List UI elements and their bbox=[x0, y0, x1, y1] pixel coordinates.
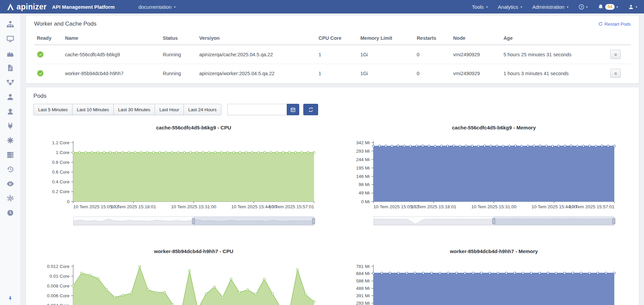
sidebar-item-document-icon[interactable] bbox=[6, 64, 14, 72]
time-button-last-24-hours[interactable]: Last 24 Hours bbox=[184, 104, 221, 115]
svg-text:0.4 Core: 0.4 Core bbox=[52, 179, 69, 184]
svg-text:49 Mi: 49 Mi bbox=[359, 190, 370, 195]
svg-text:0.008 Core: 0.008 Core bbox=[47, 283, 69, 288]
time-button-last-10-minutes[interactable]: Last 10 Minutes bbox=[72, 104, 114, 115]
sidebar-item-plug-icon[interactable] bbox=[6, 122, 14, 130]
chevron-down-icon: ▾ bbox=[586, 5, 588, 9]
chart-cache-cpu: cache-556cdfc4d5-b6kg9 - CPU1.2 Core1 Co… bbox=[33, 119, 334, 243]
svg-text:10 Tem 2025 15:31:00: 10 Tem 2025 15:31:00 bbox=[171, 204, 216, 209]
chevron-down-icon: ▾ bbox=[616, 5, 618, 9]
column-header: CPU Core bbox=[316, 32, 358, 45]
column-header: Name bbox=[62, 32, 160, 45]
sidebar-item-monitor-icon[interactable] bbox=[6, 35, 14, 43]
sidebar-item-eye-icon[interactable] bbox=[6, 180, 14, 188]
chevron-down-icon: ▾ bbox=[486, 5, 488, 9]
svg-text:0.2 Core: 0.2 Core bbox=[52, 189, 69, 194]
sidebar-item-sitemap-icon[interactable] bbox=[6, 21, 14, 28]
pod-memory-limit: 1Gi bbox=[358, 45, 414, 64]
svg-text:1.2 Core: 1.2 Core bbox=[52, 140, 69, 145]
svg-text:684 Mi: 684 Mi bbox=[356, 271, 370, 276]
svg-text:0.6 Core: 0.6 Core bbox=[52, 170, 69, 175]
slider-handle-left[interactable] bbox=[492, 218, 495, 224]
chevron-down-icon: ▾ bbox=[567, 5, 568, 9]
restart-icon bbox=[598, 22, 603, 26]
row-actions-button[interactable]: ≡ bbox=[610, 69, 621, 78]
svg-text:10 Tem 2025 15:57:01: 10 Tem 2025 15:57:01 bbox=[569, 204, 614, 209]
time-button-last-30-minutes[interactable]: Last 30 Minutes bbox=[113, 104, 155, 115]
calendar-icon bbox=[290, 107, 296, 113]
pod-restarts: 0 bbox=[414, 45, 450, 64]
user-menu[interactable]: ▾ bbox=[628, 4, 637, 10]
svg-text:391 Mi: 391 Mi bbox=[356, 293, 370, 298]
pod-version: apinizerqa/cache:2025.04.5.qa.22 bbox=[196, 45, 316, 64]
apinizer-logo[interactable]: apinizer bbox=[7, 2, 47, 11]
column-header: Versiyon bbox=[196, 32, 316, 45]
refresh-button[interactable] bbox=[303, 104, 318, 115]
left-sidebar bbox=[0, 13, 21, 305]
chart-plot: 1.2 Core1 Core0.8 Core0.6 Core0.4 Core0.… bbox=[33, 138, 334, 210]
pod-cpu-core: 1 bbox=[316, 45, 358, 64]
row-actions-button[interactable]: ≡ bbox=[610, 50, 621, 59]
notification-count-badge: 54 bbox=[605, 4, 615, 10]
svg-text:781 Mi: 781 Mi bbox=[356, 264, 370, 269]
chart-range-slider[interactable] bbox=[73, 216, 314, 225]
pod-node: vmi2490929 bbox=[450, 45, 501, 64]
column-header: Memory Limit bbox=[358, 32, 414, 45]
sidebar-item-gear-icon[interactable] bbox=[6, 194, 14, 202]
sidebar-pin-button[interactable] bbox=[0, 296, 21, 302]
pods-charts-card: Pods Last 5 MinutesLast 10 MinutesLast 3… bbox=[26, 87, 639, 305]
svg-text:195 Mi: 195 Mi bbox=[356, 165, 370, 171]
column-header: Ready bbox=[34, 32, 62, 45]
pod-name: worker-85b94dcb4d-h9hh7 bbox=[62, 64, 160, 83]
chart-title: cache-556cdfc4d5-b6kg9 - CPU bbox=[73, 125, 314, 130]
svg-text:293 Mi: 293 Mi bbox=[356, 301, 370, 305]
time-button-last-5-minutes[interactable]: Last 5 Minutes bbox=[33, 104, 73, 115]
column-header: Node bbox=[450, 32, 501, 45]
menu-tools[interactable]: Tools▾ bbox=[472, 4, 488, 10]
logo-text: apinizer bbox=[17, 2, 47, 11]
menu-administration[interactable]: Administration▾ bbox=[532, 4, 568, 10]
charts-grid: cache-556cdfc4d5-b6kg9 - CPU1.2 Core1 Co… bbox=[33, 119, 632, 305]
sidebar-item-burst-icon[interactable] bbox=[6, 136, 14, 144]
svg-text:?: ? bbox=[581, 5, 583, 8]
chart-range-slider[interactable] bbox=[373, 216, 614, 225]
chevron-down-icon: ▾ bbox=[174, 5, 176, 9]
restart-pods-button[interactable]: Restart Pods bbox=[598, 22, 631, 27]
sidebar-item-history-icon[interactable] bbox=[6, 165, 14, 173]
chart-worker-memory: worker-85b94dcb4d-h9hh7 - Memory781 Mi68… bbox=[334, 243, 634, 305]
product-name: API Management Platform bbox=[52, 4, 115, 10]
card-title: Worker and Cache Pods bbox=[34, 21, 96, 27]
svg-text:10 Tem 2025 15:31:00: 10 Tem 2025 15:31:00 bbox=[471, 204, 516, 209]
slider-handle-right[interactable] bbox=[312, 218, 315, 224]
top-navbar: apinizer API Management Platform documen… bbox=[0, 0, 644, 13]
menu-documentation[interactable]: documentation▾ bbox=[138, 4, 175, 10]
date-range-input[interactable] bbox=[227, 104, 287, 115]
slider-handle-left[interactable] bbox=[192, 218, 195, 224]
question-circle-icon: ? bbox=[579, 4, 584, 10]
sidebar-item-user-icon[interactable] bbox=[6, 93, 14, 101]
sidebar-item-project-diagram-icon[interactable] bbox=[6, 79, 14, 86]
svg-text:0.004 Core: 0.004 Core bbox=[47, 303, 69, 305]
pod-cpu-core: 1 bbox=[316, 64, 358, 83]
column-header: Restarts bbox=[414, 32, 450, 45]
table-row: cache-556cdfc4d5-b6kg9 Running apinizerq… bbox=[34, 45, 631, 64]
svg-text:0: 0 bbox=[67, 199, 69, 204]
notifications-menu[interactable]: 54 ▾ bbox=[598, 4, 618, 10]
pod-status: Running bbox=[160, 45, 197, 64]
chart-title: worker-85b94dcb4d-h9hh7 - Memory bbox=[373, 248, 614, 254]
svg-text:488 Mi: 488 Mi bbox=[356, 286, 370, 291]
pod-node: vmi2490929 bbox=[450, 64, 501, 83]
chart-title: cache-556cdfc4d5-b6kg9 - Memory bbox=[373, 125, 614, 130]
sidebar-item-user-secret-icon[interactable] bbox=[6, 108, 14, 115]
sidebar-item-clock-icon[interactable] bbox=[6, 209, 14, 217]
help-menu[interactable]: ? ▾ bbox=[579, 4, 588, 10]
slider-handle-right[interactable] bbox=[612, 218, 615, 224]
time-button-last-hour[interactable]: Last Hour bbox=[155, 104, 184, 115]
svg-text:293 Mi: 293 Mi bbox=[356, 149, 370, 154]
menu-analytics[interactable]: Analytics▾ bbox=[498, 4, 522, 10]
sidebar-item-server-icon[interactable] bbox=[6, 151, 14, 159]
ready-check-icon bbox=[37, 51, 44, 58]
sidebar-item-chart-area-icon[interactable] bbox=[6, 50, 14, 57]
calendar-button[interactable] bbox=[287, 104, 299, 115]
time-range-button-group: Last 5 MinutesLast 10 MinutesLast 30 Min… bbox=[33, 104, 221, 115]
